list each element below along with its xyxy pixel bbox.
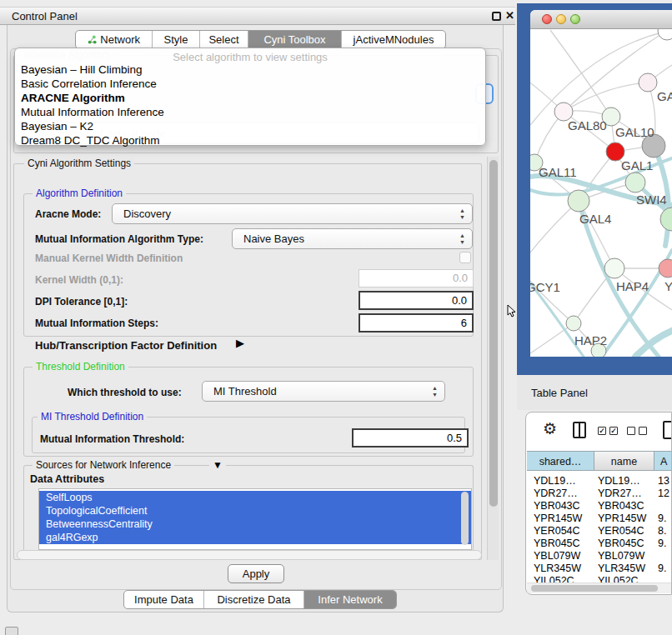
tab-select-label: Select (208, 33, 238, 46)
column-header-partial[interactable]: A (654, 451, 672, 471)
list-item[interactable]: SelfLoops (39, 491, 471, 504)
which-threshold-combobox[interactable]: MI Threshold ▲▼ (202, 381, 445, 402)
tab-infer-network-label: Infer Network (318, 593, 382, 606)
cell[interactable]: YBR043C (534, 500, 592, 512)
combo-arrows-icon: ▲▼ (431, 385, 439, 398)
kernel-width-field[interactable]: 0.0 (359, 269, 474, 288)
cell[interactable]: YDR27… (598, 488, 653, 499)
table-hscrollbar[interactable] (527, 582, 672, 593)
algorithm-option[interactable]: Dream8 DC_TDC Algorithm (18, 133, 477, 148)
algorithm-option[interactable]: Mutual Information Inference (18, 105, 477, 119)
settings-vscrollbar-thumb[interactable] (489, 160, 498, 507)
minimize-window-icon[interactable] (556, 14, 566, 24)
tab-select[interactable]: Select (200, 31, 248, 48)
tab-style[interactable]: Style (153, 31, 200, 48)
node-label: HAP4 (616, 279, 649, 293)
data-attributes-list[interactable]: SelfLoops TopologicalCoefficient Between… (38, 488, 472, 550)
network-window[interactable]: GAL GAL80 GAL10 GAL1 GAL11 SWI4 GAL4 GCY… (530, 10, 672, 357)
cell[interactable]: 9. (658, 512, 672, 524)
hub-definition-label[interactable]: Hub/Transcription Factor Definition (35, 339, 217, 352)
cell[interactable]: YBL079W (598, 550, 653, 562)
cell[interactable]: YDR27… (534, 488, 592, 499)
mi-threshold-field[interactable]: 0.5 (352, 428, 469, 448)
cell[interactable]: YPR145W (598, 512, 653, 524)
table-settings-gear-icon[interactable]: ⚙ (543, 419, 557, 438)
cell[interactable]: YLR345W (534, 562, 592, 574)
cell[interactable]: YER054C (534, 525, 592, 537)
algorithm-option[interactable]: Bayesian – Hill Climbing (18, 62, 477, 77)
cell[interactable]: YPR145W (534, 512, 592, 524)
algorithm-option[interactable]: Bayesian – K2 (18, 119, 477, 133)
aracne-mode-value: Discovery (123, 208, 171, 220)
cell[interactable]: YBL079W (534, 550, 592, 562)
mi-type-combobox[interactable]: Naive Bayes ▲▼ (232, 228, 473, 249)
cell[interactable]: 9. (658, 562, 672, 574)
table-hscrollbar-thumb[interactable] (531, 585, 658, 592)
hub-expand-arrow-icon[interactable]: ▶ (236, 337, 244, 349)
node-salmon[interactable] (659, 259, 672, 278)
tab-style-label: Style (164, 33, 188, 46)
list-item[interactable]: gal4RGexp (39, 531, 471, 544)
cell[interactable]: 13 (658, 475, 672, 487)
combo-arrows-icon: ▲▼ (459, 208, 466, 221)
tab-jactivemnodules[interactable]: jActiveMNodules (342, 31, 445, 48)
column-header-name[interactable]: name (594, 451, 654, 471)
float-panel-icon[interactable] (492, 12, 501, 21)
network-window-titlebar[interactable] (530, 10, 672, 29)
cell[interactable]: YER054C (598, 525, 653, 537)
manual-kernel-checkbox[interactable] (459, 252, 471, 263)
aracne-mode-combobox[interactable]: Discovery ▲▼ (112, 203, 473, 224)
close-panel-icon[interactable]: ✕ (505, 9, 514, 22)
cell[interactable]: 12 (658, 488, 672, 499)
cell[interactable]: YDL19… (534, 475, 592, 487)
tab-discretize-data[interactable]: Discretize Data (204, 591, 304, 608)
sources-group-label: Sources for Network Inference (33, 459, 174, 471)
zoom-window-icon[interactable] (570, 14, 580, 24)
apply-button-label: Apply (243, 568, 270, 580)
cell[interactable] (658, 575, 672, 582)
cell[interactable]: 9. (658, 538, 672, 549)
node[interactable] (660, 208, 672, 231)
close-window-icon[interactable] (542, 14, 552, 24)
which-threshold-value: MI Threshold (213, 385, 277, 398)
tab-infer-network[interactable]: Infer Network (304, 591, 396, 608)
node[interactable] (658, 29, 672, 40)
select-all-checkbox-icon[interactable]: ✓ (609, 427, 618, 435)
apply-button[interactable]: Apply (228, 564, 284, 583)
dpi-tolerance-field[interactable]: 0.0 (359, 291, 474, 310)
tab-impute-data[interactable]: Impute Data (124, 591, 204, 608)
mi-steps-field[interactable]: 6 (359, 313, 474, 332)
sources-collapse-arrow-icon[interactable]: ▼ (209, 459, 226, 471)
list-item[interactable]: BetweennessCentrality (39, 518, 471, 531)
node-hap4[interactable] (604, 258, 624, 278)
deselect-all-checkbox-icon[interactable] (639, 427, 647, 435)
settings-hscrollbar[interactable] (17, 550, 482, 560)
select-all-checkbox-icon[interactable]: ✓ (598, 427, 606, 435)
cell[interactable]: YBR045C (534, 538, 592, 549)
node[interactable] (639, 73, 657, 92)
cell[interactable]: YIL052C (534, 575, 592, 582)
algorithm-option-selected[interactable]: ARACNE Algorithm (18, 91, 477, 105)
cell[interactable]: 8. (658, 525, 672, 537)
minimized-panel-icon[interactable] (5, 627, 18, 635)
cell[interactable]: YDL19… (598, 475, 653, 487)
tab-cyni-toolbox[interactable]: Cyni Toolbox (248, 31, 342, 48)
list-item[interactable]: TopologicalCoefficient (39, 504, 471, 518)
cell[interactable]: YBR043C (598, 500, 653, 512)
deselect-all-checkbox-icon[interactable] (627, 427, 635, 435)
column-header-shared[interactable]: shared… (527, 451, 594, 471)
cell[interactable]: YIL052C (598, 575, 653, 582)
column-layout-icon[interactable] (573, 422, 586, 438)
table-mode-icon[interactable] (663, 421, 672, 439)
network-canvas[interactable]: GAL GAL80 GAL10 GAL1 GAL11 SWI4 GAL4 GCY… (530, 29, 672, 357)
cell[interactable]: YBR045C (598, 538, 653, 549)
cell[interactable]: YLR345W (598, 562, 653, 574)
algorithm-option[interactable]: Basic Correlation Inference (18, 77, 477, 91)
node-hap2[interactable] (566, 316, 581, 331)
node-gal4[interactable] (568, 190, 589, 212)
settings-vscrollbar[interactable] (487, 157, 499, 560)
node-swi4[interactable] (625, 172, 645, 192)
tab-network[interactable]: Network (76, 31, 153, 48)
control-panel-titlebar: Control Panel ✕ (0, 7, 515, 25)
list-scrollbar-thumb[interactable] (461, 492, 469, 545)
